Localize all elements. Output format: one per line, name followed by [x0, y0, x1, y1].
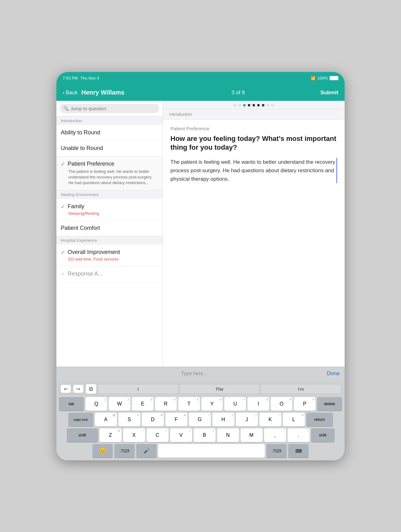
key-symbols-right[interactable]: .?123	[266, 444, 287, 458]
search-icon: 🔍	[63, 106, 69, 111]
key-l[interactable]: #L	[283, 413, 305, 426]
nav-bar: ‹ Back Henry Willams 3 of 9 Submit	[56, 85, 345, 101]
key-d[interactable]: $D	[142, 413, 164, 426]
status-time: 7:53 PM	[63, 76, 78, 80]
item-title-unable-to-round: Unable to Round	[61, 145, 103, 152]
sidebar: 🔍 Introduction Ability to Round Unable t…	[56, 101, 163, 367]
battery-fill	[330, 76, 338, 80]
content-body: Patient Preference How are you feeling t…	[163, 120, 345, 367]
status-bar: 7:53 PM Thu Nov 4 📶 100%	[56, 72, 345, 85]
key-g[interactable]: *G	[189, 413, 211, 426]
key-shift-right[interactable]: shift	[311, 428, 335, 442]
key-e[interactable]: 3E	[132, 397, 154, 411]
dot-7	[262, 104, 264, 106]
key-return[interactable]: return	[306, 413, 333, 426]
key-keyboard[interactable]: ⌨	[288, 444, 309, 458]
key-emoji[interactable]: 😊	[92, 444, 113, 458]
sidebar-item-patient-comfort[interactable]: Patient Comfort	[56, 220, 163, 236]
search-input-wrap[interactable]: 🔍	[60, 104, 159, 113]
key-q[interactable]: 1Q	[86, 397, 107, 411]
key-p[interactable]: 0P	[294, 397, 315, 411]
key-m[interactable]: ;M	[241, 428, 263, 442]
key-mic[interactable]: 🎤	[136, 444, 157, 458]
key-i[interactable]: 8I	[247, 397, 269, 411]
search-input[interactable]	[70, 106, 156, 111]
key-k[interactable]: *K	[259, 413, 281, 426]
progress-dots	[163, 101, 345, 109]
key-x[interactable]: -X	[123, 428, 145, 442]
key-shift-left[interactable]: shift	[67, 428, 98, 442]
keyboard: ↩ ↪ ⧉ I The I'm tab 1Q 2W 3E 4R 5T 6Y 7U…	[56, 380, 345, 460]
toolbar-redo-button[interactable]: ↪	[73, 385, 83, 393]
key-z[interactable]: %Z	[100, 428, 122, 442]
key-t[interactable]: 5T	[178, 397, 200, 411]
key-w[interactable]: 2W	[109, 397, 130, 411]
sidebar-item-overall-improvement[interactable]: ✓ Overall Improvement ED wait time, Food…	[56, 245, 163, 266]
key-f[interactable]: &F	[165, 413, 187, 426]
sidebar-item-partial[interactable]: ✓ Response A...	[56, 266, 163, 282]
key-u[interactable]: 7U	[224, 397, 246, 411]
sidebar-item-family[interactable]: ✓ Family Sleeping/Resting	[56, 199, 163, 220]
status-bar-left: 7:53 PM Thu Nov 4	[63, 76, 99, 80]
key-r[interactable]: 4R	[155, 397, 177, 411]
key-caps-lock[interactable]: caps lock	[68, 413, 93, 426]
toolbar-suggestion-i[interactable]: I	[99, 385, 178, 393]
type-placeholder[interactable]: Type here...	[61, 371, 327, 376]
key-period[interactable]: ?.	[288, 428, 310, 442]
sidebar-item-unable-to-round[interactable]: Unable to Round	[56, 141, 163, 156]
key-delete[interactable]: delete	[317, 397, 342, 411]
dot-6	[257, 104, 260, 106]
done-button[interactable]: Done	[327, 370, 340, 377]
toolbar-suggestion-im[interactable]: I'm	[261, 385, 340, 393]
submit-button[interactable]: Submit	[320, 90, 338, 96]
toolbar-paste-button[interactable]: ⧉	[86, 384, 96, 394]
key-comma[interactable]: !,	[264, 428, 286, 442]
dot-3	[243, 104, 246, 106]
dot-8	[267, 104, 269, 106]
key-symbols-left[interactable]: .?123	[114, 444, 135, 458]
key-c[interactable]: +C	[147, 428, 169, 442]
key-y[interactable]: 6Y	[201, 397, 223, 411]
key-tab[interactable]: tab	[59, 397, 84, 411]
key-n[interactable]: :N	[217, 428, 239, 442]
key-row-3: shift %Z -X +C =V /B :N ;M !, ?. shift	[59, 428, 342, 442]
progress-indicator: 3 of 9	[163, 90, 313, 96]
dot-2	[238, 104, 241, 106]
item-title-family: Family	[68, 203, 84, 210]
patient-name: Henry Willams	[81, 89, 124, 96]
sidebar-scroll: Introduction Ability to Round Unable to …	[56, 116, 163, 367]
key-j[interactable]: )J	[236, 413, 258, 426]
sidebar-item-patient-preference[interactable]: ✓ Patient Preference The patient is feel…	[56, 156, 163, 191]
toolbar-suggestion-the[interactable]: The	[180, 385, 259, 393]
item-title-patient-preference: Patient Preference	[68, 161, 114, 167]
key-space[interactable]	[158, 444, 265, 458]
key-h[interactable]: (H	[212, 413, 234, 426]
back-label: Back	[66, 90, 78, 96]
dot-9	[271, 104, 274, 106]
key-row-1: tab 1Q 2W 3E 4R 5T 6Y 7U 8I 9O 0P delete	[59, 397, 342, 411]
key-a[interactable]: @A	[95, 413, 117, 426]
item-subtitle-overall-improvement-red: ED wait time, Food services	[61, 257, 158, 261]
sidebar-item-ability-to-round[interactable]: Ability to Round	[56, 125, 163, 141]
toolbar-undo-button[interactable]: ↩	[61, 385, 71, 393]
item-subtitle-family-red: Sleeping/Resting	[61, 211, 158, 216]
key-o[interactable]: 9O	[271, 397, 292, 411]
nav-right: Submit	[313, 90, 345, 96]
nav-left: ‹ Back Henry Willams	[56, 89, 163, 96]
status-date: Thu Nov 4	[80, 76, 99, 80]
battery-indicator	[330, 76, 338, 80]
keyboard-toolbar: ↩ ↪ ⧉ I The I'm	[58, 382, 343, 396]
status-bar-right: 📶 100%	[311, 76, 338, 80]
key-row-2: caps lock @A #S $D &F *G (H )J *K #L ret…	[59, 413, 342, 426]
key-b[interactable]: /B	[194, 428, 216, 442]
content-question: How are you feeling today? What's most i…	[170, 134, 337, 152]
ipad-frame: 7:53 PM Thu Nov 4 📶 100% ‹ Back Henry Wi…	[56, 72, 345, 460]
content-answer[interactable]: The patient is feeling well. He wants to…	[170, 158, 337, 183]
key-v[interactable]: =V	[170, 428, 192, 442]
dot-1	[234, 104, 236, 106]
type-bar: Type here... Done	[56, 367, 345, 380]
content-category: Patient Preference	[170, 126, 337, 131]
key-s[interactable]: #S	[118, 413, 140, 426]
back-button[interactable]: ‹ Back	[63, 90, 77, 96]
item-title-patient-comfort: Patient Comfort	[61, 225, 100, 231]
